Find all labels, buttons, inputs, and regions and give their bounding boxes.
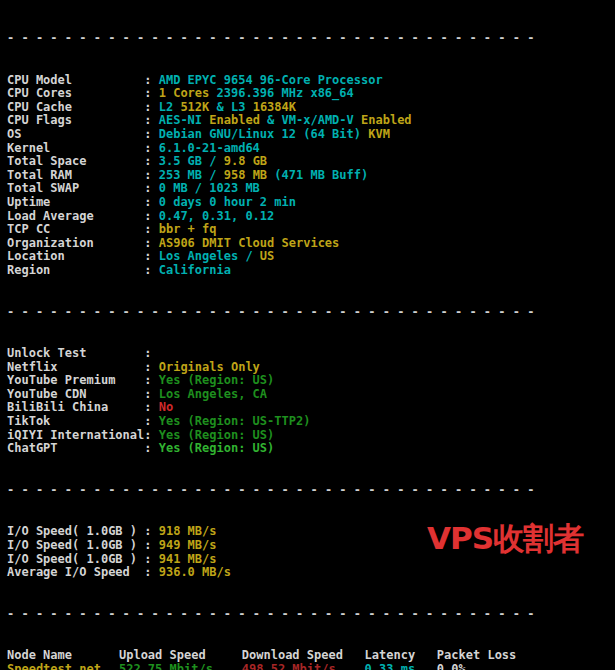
unlock-row: TikTok:Yes (Region: US-TTP2) xyxy=(7,415,615,429)
separator-dashes: - - - - - - - - - - - - - - - - - - - - … xyxy=(7,607,542,621)
colon: : xyxy=(144,155,158,169)
field-label: Total Space xyxy=(7,155,144,169)
field-label: Kernel xyxy=(7,142,144,156)
colon: : xyxy=(144,429,158,443)
header-latency: Latency xyxy=(365,649,437,663)
field-label: Uptime xyxy=(7,196,144,210)
field-label: I/O Speed( 1.0GB ) xyxy=(7,539,144,553)
field-value-part: 6.1.0-21-amd64 xyxy=(159,141,260,155)
field-label: Average I/O Speed xyxy=(7,566,144,580)
sysinfo-row: Total SWAP:0 MB / 1023 MB xyxy=(7,182,615,196)
field-value-part: (471 MB Buff) xyxy=(267,168,368,182)
header-download-speed: Download Speed xyxy=(242,649,365,663)
colon: : xyxy=(144,128,158,142)
colon: : xyxy=(144,264,158,278)
colon: : xyxy=(144,347,158,361)
field-label: CPU Model xyxy=(7,74,144,88)
colon: : xyxy=(144,415,158,429)
colon: : xyxy=(144,361,158,375)
field-value-part: 512K xyxy=(180,100,209,114)
speedtest-header-row: Node NameUpload SpeedDownload SpeedLaten… xyxy=(7,649,615,663)
field-label: TikTok xyxy=(7,415,144,429)
field-value-part: & L3 xyxy=(209,100,252,114)
field-value-part: Yes (Region: US-TTP2) xyxy=(159,414,311,428)
colon: : xyxy=(144,237,158,251)
download-speed: 498.52 Mbit/s xyxy=(242,663,365,670)
field-label: ChatGPT xyxy=(7,442,144,456)
sysinfo-row: OS:Debian GNU/Linux 12 (64 Bit) KVM xyxy=(7,128,615,142)
sysinfo-row: CPU Model:AMD EPYC 9654 96-Core Processo… xyxy=(7,74,615,88)
field-label: I/O Speed( 1.0GB ) xyxy=(7,525,144,539)
separator-line: - - - - - - - - - - - - - - - - - - - - … xyxy=(7,484,615,498)
unlock-row: ChatGPT:Yes (Region: US) xyxy=(7,442,615,456)
header-upload-speed: Upload Speed xyxy=(119,649,242,663)
field-value-part: KVM xyxy=(368,127,390,141)
field-label: OS xyxy=(7,128,144,142)
field-value-part: AES-NI xyxy=(159,113,210,127)
field-value-part: 936.0 MB/s xyxy=(159,565,231,579)
field-label: Region xyxy=(7,264,144,278)
colon: : xyxy=(144,210,158,224)
colon: : xyxy=(144,101,158,115)
vps-watermark: VPS收割者 xyxy=(427,518,583,560)
sysinfo-row: Total RAM:253 MB / 958 MB (471 MB Buff) xyxy=(7,169,615,183)
header-packet-loss: Packet Loss xyxy=(437,648,516,662)
field-value-part: Los Angeles, CA xyxy=(159,387,267,401)
colon: : xyxy=(144,87,158,101)
unlock-row: Netflix:Originals Only xyxy=(7,361,615,375)
colon: : xyxy=(144,442,158,456)
colon: : xyxy=(144,196,158,210)
field-label: Netflix xyxy=(7,361,144,375)
sysinfo-row: Location:Los Angeles / US xyxy=(7,250,615,264)
field-value-part: 958 MB xyxy=(224,168,267,182)
field-value-part: 0 MB / 1023 MB xyxy=(159,181,260,195)
sysinfo-row: Load Average:0.47, 0.31, 0.12 xyxy=(7,210,615,224)
field-value-part: 9.8 GB xyxy=(224,154,267,168)
field-value-part: & VM-x/AMD-V xyxy=(260,113,361,127)
field-value-part: 0.47, 0.31, 0.12 xyxy=(159,209,275,223)
field-value-part: 16384K xyxy=(253,100,296,114)
field-value-part: AMD EPYC 9654 96-Core Processor xyxy=(159,73,383,87)
field-value-part: bbr + fq xyxy=(159,222,217,236)
sysinfo-row: CPU Cores:1 Cores 2396.396 MHz x86_64 xyxy=(7,87,615,101)
field-value-part: 918 MB/s xyxy=(159,524,217,538)
io-row: Average I/O Speed:936.0 MB/s xyxy=(7,566,615,580)
separator-line: - - - - - - - - - - - - - - - - - - - - … xyxy=(7,608,615,622)
field-label: iQIYI International xyxy=(7,429,144,443)
sysinfo-row: Uptime:0 days 0 hour 2 min xyxy=(7,196,615,210)
field-value-part: 253 MB / xyxy=(159,168,224,182)
field-value-part: No xyxy=(159,400,173,414)
field-value-part: Los Angeles / xyxy=(159,249,260,263)
colon: : xyxy=(144,169,158,183)
colon: : xyxy=(144,401,158,415)
colon: : xyxy=(144,539,158,553)
colon: : xyxy=(144,182,158,196)
colon: : xyxy=(144,250,158,264)
field-value-part: Debian GNU/Linux 12 (64 Bit) xyxy=(159,127,369,141)
upload-speed: 522.75 Mbit/s xyxy=(119,663,242,670)
field-value-part: California xyxy=(159,263,231,277)
field-value-part: 3.5 GB / xyxy=(159,154,224,168)
sysinfo-row: Organization:AS906 DMIT Cloud Services xyxy=(7,237,615,251)
speedtest-row: Speedtest.net522.75 Mbit/s498.52 Mbit/s0… xyxy=(7,663,615,670)
colon: : xyxy=(144,114,158,128)
field-label: Organization xyxy=(7,237,144,251)
sysinfo-row: TCP CC:bbr + fq xyxy=(7,223,615,237)
separator-dashes: - - - - - - - - - - - - - - - - - - - - … xyxy=(7,305,542,319)
field-label: YouTube CDN xyxy=(7,388,144,402)
field-value-part: 0 days 0 hour 2 min xyxy=(159,195,296,209)
colon: : xyxy=(144,525,158,539)
node-name: Speedtest.net xyxy=(7,663,94,670)
field-value-part: 1 Cores xyxy=(159,86,217,100)
field-label: CPU Cache xyxy=(7,101,144,115)
field-label: Location xyxy=(7,250,144,264)
field-label: Total RAM xyxy=(7,169,144,183)
field-value-part: Yes (Region: US) xyxy=(159,428,275,442)
field-label: I/O Speed( 1.0GB ) xyxy=(7,553,144,567)
sysinfo-row: Region:California xyxy=(7,264,615,278)
field-value-part: L2 xyxy=(159,100,181,114)
field-label: Unlock Test xyxy=(7,347,144,361)
colon: : xyxy=(144,566,158,580)
field-value-part: Yes (Region: US) xyxy=(159,441,275,455)
colon: : xyxy=(144,74,158,88)
